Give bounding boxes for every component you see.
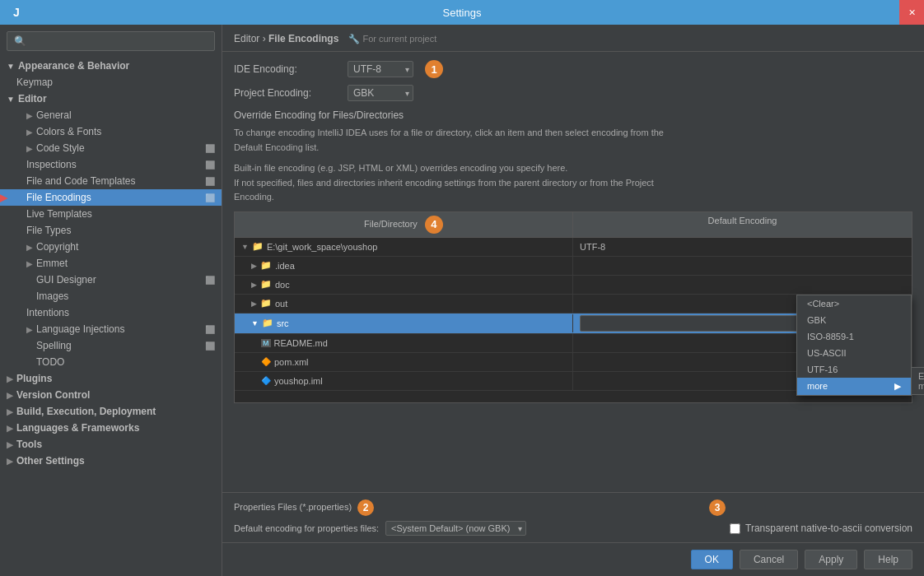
sidebar-item-languages-frameworks[interactable]: ▶ Languages & Frameworks (0, 420, 222, 436)
expand-arrow-icon: ▶ (26, 128, 33, 137)
breadcrumb-path: Editor › File Encodings (234, 33, 338, 44)
sidebar-item-colors-fonts[interactable]: ▶ Colors & Fonts (0, 123, 222, 140)
active-arrow-icon: ▶ (0, 191, 7, 204)
project-encoding-select-wrapper: GBK (348, 85, 413, 101)
title-text: Settings (443, 7, 482, 19)
expand-arrow-icon: ▶ (26, 111, 33, 120)
sidebar-item-keymap[interactable]: Keymap (0, 74, 222, 91)
footer-buttons: OK Cancel Apply Help (222, 542, 924, 576)
help-button[interactable]: Help (864, 550, 912, 569)
col-default-encoding: Default Encoding (573, 212, 912, 237)
sidebar-item-intentions[interactable]: Intentions (0, 304, 222, 321)
table-row[interactable]: ▶ 📁 doc (235, 276, 912, 295)
expand-arrow-icon: ▶ (26, 243, 33, 252)
expand-arrow-icon: ▶ (7, 457, 13, 466)
file-cell-name: ▶ 📁 .idea (235, 257, 573, 275)
file-table: File/Directory 4 Default Encoding ▼ 📁 E:… (234, 211, 912, 403)
dropdown-item-more[interactable]: more ▶ (797, 378, 911, 395)
project-encoding-row: Project Encoding: GBK (234, 85, 912, 101)
sidebar-item-label: Images (36, 290, 68, 302)
properties-title: Properties Files (*.properties) 2 3 (234, 499, 912, 516)
table-row[interactable]: ▶ 📁 .idea (235, 257, 912, 276)
sidebar-search-container (0, 25, 222, 58)
file-cell-name: ▼ 📁 src (235, 314, 573, 332)
sidebar-item-label: Spelling (36, 340, 72, 351)
close-button[interactable]: ✕ (899, 0, 924, 25)
native-ascii-checkbox-row: Transparent native-to-ascii conversion (730, 523, 912, 534)
expand-arrow-icon: ▶ (26, 259, 33, 268)
file-cell-encoding (573, 257, 912, 275)
dropdown-item-usascii[interactable]: US-ASCII (797, 345, 911, 361)
project-encoding-label: Project Encoding: (234, 87, 341, 99)
badge-2: 2 (357, 499, 374, 516)
ide-encoding-select[interactable]: UTF-8 (348, 61, 413, 77)
sidebar-item-label: Language Injections (36, 323, 124, 335)
sidebar-item-emmet[interactable]: ▶ Emmet (0, 255, 222, 272)
sidebar-item-editor[interactable]: ▼ Editor (0, 91, 222, 107)
sidebar-item-language-injections[interactable]: ▶ Language Injections ⬜ (0, 321, 222, 337)
expand-arrow-icon: ▶ (251, 262, 257, 270)
settings-icon: ⬜ (205, 144, 215, 153)
sidebar-item-label: Appearance & Behavior (18, 60, 129, 72)
sidebar-item-live-templates[interactable]: Live Templates (0, 206, 222, 222)
sidebar-item-appearance-behavior[interactable]: ▼ Appearance & Behavior (0, 58, 222, 74)
apply-button[interactable]: Apply (805, 550, 857, 569)
expand-arrow-icon: ▶ (7, 440, 13, 449)
sidebar-item-tools[interactable]: ▶ Tools (0, 436, 222, 453)
sidebar-item-file-encodings[interactable]: File Encodings ⬜ (0, 189, 222, 206)
settings-icon: ⬜ (205, 276, 215, 285)
properties-encoding-select[interactable]: <System Default> (now GBK) (385, 521, 526, 536)
sidebar-item-code-style[interactable]: ▶ Code Style ⬜ (0, 140, 222, 156)
sidebar-item-label: Version Control (16, 389, 90, 401)
expand-arrow-icon: ▶ (7, 424, 13, 433)
sidebar-item-label: General (36, 109, 72, 121)
file-cell-name: 🔶 pom.xml (235, 353, 573, 371)
folder-icon: 📁 (260, 279, 272, 290)
settings-icon: ⬜ (205, 193, 215, 202)
sidebar-item-images[interactable]: Images (0, 288, 222, 304)
breadcrumb-hint: 🔧 For current project (348, 34, 436, 44)
sidebar-item-todo[interactable]: TODO (0, 354, 222, 370)
sidebar-item-other-settings[interactable]: ▶ Other Settings (0, 453, 222, 469)
sidebar-item-file-code-templates[interactable]: File and Code Templates ⬜ (0, 173, 222, 189)
sidebar-item-label: File Encodings (26, 192, 91, 203)
sidebar-item-label: Emmet (36, 258, 68, 269)
sidebar-item-plugins[interactable]: ▶ Plugins (0, 370, 222, 387)
sidebar-item-label: File Types (26, 225, 71, 236)
native-ascii-label: Transparent native-to-ascii conversion (745, 523, 912, 534)
dropdown-item-iso[interactable]: ISO-8859-1 (797, 328, 911, 345)
table-row[interactable]: ▼ 📁 E:\git_work_space\youshop UTF-8 (235, 238, 912, 257)
sidebar-item-spelling[interactable]: Spelling ⬜ (0, 337, 222, 354)
sidebar-item-inspections[interactable]: Inspections ⬜ (0, 156, 222, 173)
cancel-button[interactable]: Cancel (740, 550, 798, 569)
search-input[interactable] (7, 31, 215, 51)
sidebar-item-label: Tools (16, 439, 42, 450)
dropdown-item-clear[interactable]: <Clear> (797, 295, 911, 312)
project-encoding-select[interactable]: GBK (348, 85, 413, 101)
dropdown-item-gbk[interactable]: GBK (797, 312, 911, 328)
sidebar-item-label: GUI Designer (36, 274, 96, 286)
sidebar-item-version-control[interactable]: ▶ Version Control (0, 387, 222, 403)
settings-icon: ⬜ (205, 325, 215, 334)
sidebar-item-label: TODO (36, 356, 64, 368)
sidebar-item-label: Build, Execution, Deployment (16, 406, 156, 417)
properties-section: Properties Files (*.properties) 2 3 Defa… (222, 492, 924, 542)
sidebar-item-gui-designer[interactable]: GUI Designer ⬜ (0, 272, 222, 288)
properties-encoding-select-wrapper: <System Default> (now GBK) (385, 521, 526, 536)
sidebar-item-general[interactable]: ▶ General (0, 107, 222, 123)
dropdown-item-utf16[interactable]: UTF-16 (797, 361, 911, 378)
iml-file-icon: 🔷 (261, 376, 271, 385)
expand-arrow-icon: ▶ (26, 144, 33, 153)
file-cell-name: M README.md (235, 334, 573, 352)
expand-arrow-icon: ▼ (7, 95, 15, 104)
badge-4: 4 (425, 216, 443, 234)
sidebar-item-copyright[interactable]: ▶ Copyright (0, 239, 222, 255)
sidebar-item-label: File and Code Templates (26, 175, 136, 187)
sidebar-item-file-types[interactable]: File Types (0, 222, 222, 239)
ok-button[interactable]: OK (691, 550, 733, 569)
sidebar-item-build-exec[interactable]: ▶ Build, Execution, Deployment (0, 403, 222, 420)
native-ascii-checkbox[interactable] (730, 523, 740, 534)
file-cell-name: ▶ 📁 out (235, 295, 573, 313)
default-encoding-label: Default encoding for properties files: (234, 523, 379, 533)
expand-arrow-icon: ▼ (251, 319, 259, 327)
